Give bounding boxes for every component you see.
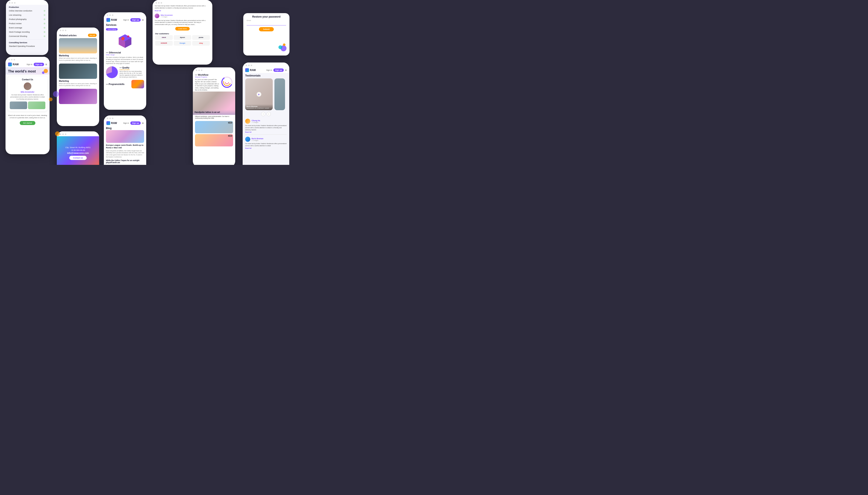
sidebar-item-livestream[interactable]: Live streaming: [6, 13, 48, 17]
nav-logo: RAW: [8, 63, 19, 66]
signup-btn-blog[interactable]: Sign up: [130, 121, 141, 125]
testimonial-overlay-1: Boris Breman Manager in company name: [245, 104, 273, 110]
customer-logo-honor: HONOR: [155, 41, 173, 46]
menu-icon-testimonials[interactable]: ≡: [285, 68, 287, 72]
phone-dots-3b: [57, 131, 99, 136]
phone-dots-3: [57, 28, 99, 32]
workflow-title: — Workflow: [195, 73, 219, 76]
dot: [201, 69, 202, 71]
contact-person-desc: Our team led by broker Vladimir Westbroo…: [10, 94, 45, 100]
read-full-link-top[interactable]: Read full: [153, 10, 212, 12]
svg-point-8: [225, 81, 229, 84]
nav-actions-services: Sign in Sign up ≡: [123, 18, 144, 22]
see-all-button[interactable]: See all: [88, 34, 97, 37]
dot: [65, 134, 66, 135]
blog-article-desc: Down 28 points at halftime, the Celtics …: [104, 149, 146, 159]
dot: [245, 65, 247, 66]
service-quality-text: — Quality Future-proofed: We're there fo…: [120, 67, 144, 78]
article-title-2: Marketing: [59, 80, 97, 82]
sidebar-item-event[interactable]: Event coverage: [6, 25, 48, 30]
nav-actions: Sign in Sign up ≡: [27, 63, 47, 66]
contact-hero: The world's most: [5, 67, 50, 74]
video-duration-2: 2:35: [228, 135, 232, 137]
get-started-button[interactable]: Get started: [20, 121, 35, 125]
signup-button[interactable]: Sign up: [34, 63, 44, 66]
menu-icon[interactable]: ≡: [45, 63, 47, 66]
nav-logo-blog: RAW: [106, 121, 117, 125]
sidebar-item-interview[interactable]: Online interview conduction: [6, 9, 48, 13]
signup-btn-services[interactable]: Sign up: [130, 18, 141, 22]
reviewer-name-boris: Boris Breman: [252, 138, 263, 140]
contact-phone: +9 99 999-99-99: [71, 149, 85, 151]
contact-body-text: What it all comes down to is we're just …: [5, 113, 50, 120]
workflow-section: — Workflow Shared Projects: So, you're a…: [193, 72, 235, 91]
quality-donut-chart: [106, 66, 118, 78]
dot: [65, 30, 66, 31]
services-header: Services: [104, 23, 146, 27]
reviewer-meta-1: + 2 images: [160, 16, 173, 18]
menu-icon-services[interactable]: ≡: [142, 18, 144, 22]
restore-submit-button[interactable]: Submit: [259, 27, 274, 31]
sidebar-section-production: Production: [6, 5, 48, 9]
next-arrow[interactable]: ›: [267, 112, 271, 116]
article-item-3[interactable]: [57, 89, 99, 107]
quality-title: — Quality: [120, 67, 144, 69]
contact-card: Contact Us Mila Growinder Our team led b…: [7, 76, 48, 111]
restore-title: Restore your password: [243, 13, 289, 19]
contact-address: City: Street 99, Building 99/01: [65, 147, 90, 149]
tattoo-image: Handpoke tattoo is an art: [193, 91, 235, 115]
read-full-link-1[interactable]: Read full: [243, 131, 289, 133]
load-more-button[interactable]: Load more: [175, 27, 190, 31]
signin-btn-blog[interactable]: Sign in: [123, 122, 129, 124]
restore-email-label: Email: [243, 19, 289, 22]
phone-dots-10: [243, 63, 289, 67]
dot: [14, 2, 16, 4]
prev-arrow[interactable]: ‹: [261, 112, 265, 116]
signin-button[interactable]: Sign in: [27, 63, 32, 66]
testimonial-person-role-1: Manager in company name: [246, 107, 271, 109]
contact-avatar: [24, 82, 31, 90]
nav-logo-testimonials: RAW: [245, 68, 256, 72]
phone-testimonials: RAW Sign in Sign up ≡ Testimonials ▶ Bor…: [243, 63, 289, 165]
svg-point-7: [224, 79, 231, 86]
video-thumb-2[interactable]: 2:35: [195, 134, 233, 147]
signup-btn-testimonials[interactable]: Sign up: [273, 68, 284, 72]
dot: [62, 30, 64, 31]
logo-icon-services: [106, 18, 110, 22]
service-diff-title: — Diferencial: [106, 51, 144, 54]
service-differential: — Diferencial Wide range: Our team consi…: [104, 50, 146, 66]
contact-card-title: Contact Us: [10, 79, 45, 81]
article-image-2: [59, 64, 97, 79]
phone-dots-1: [6, 0, 48, 5]
sidebar-item-dot: [44, 10, 45, 12]
testimonial-text-2: Our team led by broker Vladimir Westbroo…: [243, 142, 289, 147]
workflow-ring: [221, 76, 233, 88]
dot: [12, 2, 13, 4]
svg-point-4: [127, 35, 129, 37]
sidebar-item-sop[interactable]: Standard Operating Procedure: [6, 44, 48, 48]
sidebar-item-stockfootage[interactable]: Stock Footage recording: [6, 30, 48, 34]
service-tag: Video Editing: [106, 28, 118, 31]
read-full-link-2[interactable]: Read full: [243, 147, 289, 149]
contact-info-body: City: Street 99, Building 99/01 +9 99 99…: [57, 136, 99, 165]
blog-article-title2: While the Celtics' hopes for an outright…: [104, 159, 146, 164]
reviewer-row-1: Mila Growinder + 2 images: [153, 13, 212, 19]
menu-icon-blog[interactable]: ≡: [142, 121, 144, 125]
sidebar-item-dot: [44, 23, 45, 24]
blog-header: Blog: [104, 126, 146, 130]
dot: [109, 14, 111, 16]
sidebar-item-commercial[interactable]: Commercial Shooting: [6, 34, 48, 38]
article-item-1[interactable]: Marketing What it all comes down to is w…: [57, 38, 99, 64]
programs-image: [131, 80, 144, 88]
sidebar-item-photography[interactable]: Product photography: [6, 17, 48, 21]
restore-email-input[interactable]: [247, 22, 286, 25]
play-button[interactable]: ▶: [257, 92, 261, 97]
article-item-2[interactable]: Marketing What it all comes down to is w…: [57, 64, 99, 89]
signin-btn-services[interactable]: Sign in: [123, 19, 129, 21]
programs-title: — Programs/skills: [106, 83, 130, 85]
sidebar-section-consulting: Consulting Services: [6, 40, 48, 44]
contact-us-button[interactable]: Contact us: [69, 156, 87, 160]
video-thumb-1[interactable]: 2:35: [195, 121, 233, 133]
sidebar-item-review[interactable]: Product review: [6, 21, 48, 25]
signin-btn-testimonials[interactable]: Sign in: [266, 69, 272, 71]
